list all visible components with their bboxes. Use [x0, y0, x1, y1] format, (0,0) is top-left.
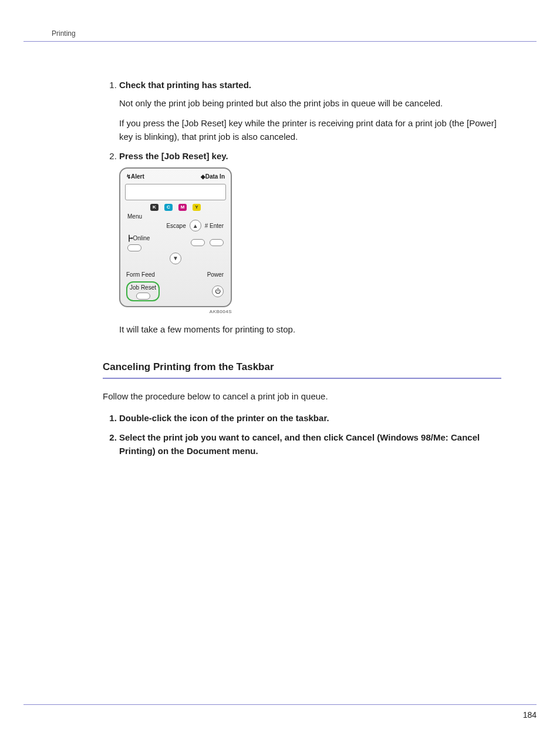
data-in-label: ◆Data In: [201, 172, 225, 182]
lcd-screen: [125, 184, 226, 200]
primary-steps-list: Check that printing has started. Not onl…: [103, 78, 501, 336]
section-heading-taskbar: Canceling Printing from the Taskbar: [103, 359, 501, 378]
toner-m-icon: M: [178, 204, 187, 211]
header-section-label: Printing: [52, 29, 537, 38]
step-2: Press the [Job Reset] key. ↯Alert ◆Data …: [119, 149, 501, 336]
figure-code: AKB004S: [119, 308, 232, 315]
section-intro-text: Follow the procedure below to cancel a p…: [103, 389, 501, 403]
job-reset-label: Job Reset: [130, 283, 156, 293]
up-arrow-button: ▲: [190, 220, 201, 231]
toner-indicators: K C M Y: [124, 204, 227, 211]
page: Printing Check that printing has started…: [0, 0, 560, 746]
enter-label: # Enter: [205, 221, 224, 231]
control-panel-figure: ↯Alert ◆Data In K C M Y Menu Escape: [119, 167, 501, 315]
page-footer: 184: [23, 704, 537, 720]
down-arrow-button: ▼: [170, 253, 181, 264]
online-button: [127, 244, 141, 251]
toner-c-icon: C: [164, 204, 173, 211]
enter-button: [210, 239, 224, 246]
form-feed-label: Form Feed: [126, 270, 155, 280]
escape-label: Escape: [166, 221, 185, 231]
taskbar-step-2: Select the print job you want to cancel,…: [119, 431, 501, 458]
step-1-para-1: Not only the print job being printed but…: [119, 96, 501, 110]
page-header: Printing: [23, 29, 537, 42]
taskbar-steps-list: Double-click the icon of the printer on …: [103, 411, 501, 458]
step-2-title: Press the [Job Reset] key.: [119, 149, 501, 163]
toner-k-icon: K: [150, 204, 158, 211]
alert-label: ↯Alert: [126, 172, 144, 182]
step-1: Check that printing has started. Not onl…: [119, 78, 501, 143]
online-label: ┣•Online: [127, 234, 150, 243]
step-1-para-2: If you press the [Job Reset] key while t…: [119, 116, 501, 144]
power-button: ⏻: [212, 285, 224, 297]
toner-y-icon: Y: [193, 204, 201, 211]
job-reset-button: [136, 293, 150, 300]
menu-label: Menu: [127, 212, 142, 221]
escape-button: [191, 239, 205, 246]
power-label: Power: [207, 270, 224, 280]
page-number: 184: [523, 710, 537, 720]
taskbar-step-1: Double-click the icon of the printer on …: [119, 411, 501, 425]
step-2-after-text: It will take a few moments for printing …: [119, 322, 501, 336]
printer-control-panel: ↯Alert ◆Data In K C M Y Menu Escape: [119, 167, 232, 307]
job-reset-highlight: Job Reset: [126, 281, 160, 301]
main-content: Check that printing has started. Not onl…: [103, 78, 501, 458]
step-1-title: Check that printing has started.: [119, 78, 501, 92]
